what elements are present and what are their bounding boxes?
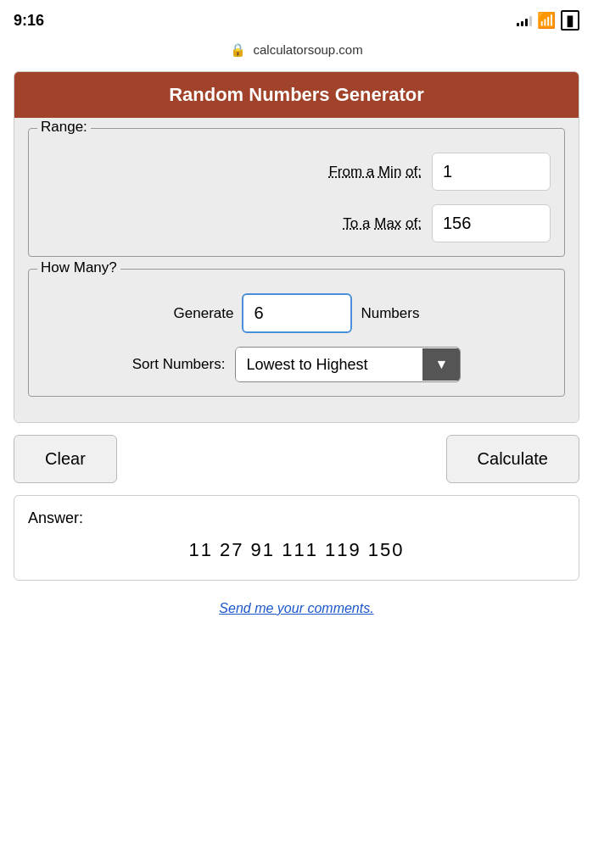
main-content: Random Numbers Generator Range: From a M… — [0, 63, 593, 638]
clear-button[interactable]: Clear — [14, 435, 117, 483]
generate-input[interactable] — [242, 293, 352, 333]
min-label: From a Min of: — [328, 164, 422, 181]
calc-body: Range: From a Min of: To a Max of: How M… — [14, 118, 579, 422]
calc-title: Random Numbers Generator — [169, 84, 424, 105]
generate-suffix: Numbers — [361, 305, 419, 322]
range-group: Range: From a Min of: To a Max of: — [28, 128, 565, 257]
footer: Send me your comments. — [14, 593, 579, 621]
calculate-button[interactable]: Calculate — [446, 435, 579, 483]
sort-row: Sort Numbers: Lowest to Highest Highest … — [42, 347, 551, 382]
min-input[interactable] — [432, 153, 551, 191]
signal-icon — [517, 14, 532, 26]
calculator-container: Random Numbers Generator Range: From a M… — [14, 71, 579, 423]
lock-icon: 🔒 — [230, 42, 246, 58]
min-row: From a Min of: — [42, 153, 551, 191]
answer-box: Answer: 11 27 91 111 119 150 — [14, 495, 579, 581]
generate-prefix: Generate — [174, 305, 234, 322]
range-legend: Range: — [37, 119, 91, 136]
max-underline-text: Max — [374, 215, 401, 231]
max-label: To a Max of: — [343, 215, 422, 232]
sort-label: Sort Numbers: — [132, 356, 226, 373]
wifi-icon: 📶 — [537, 11, 556, 30]
max-row: To a Max of: — [42, 204, 551, 242]
min-underline-text: Min — [378, 164, 401, 180]
generate-row: Generate Numbers — [42, 293, 551, 333]
status-bar: 9:16 📶 ▮ — [0, 0, 593, 37]
status-icons: 📶 ▮ — [517, 10, 579, 31]
chevron-down-icon: ▼ — [422, 348, 460, 381]
how-many-legend: How Many? — [37, 259, 120, 276]
how-many-group: How Many? Generate Numbers Sort Numbers:… — [28, 269, 565, 397]
answer-numbers: 11 27 91 111 119 150 — [28, 534, 565, 566]
url-text: calculatorsoup.com — [253, 42, 362, 57]
sort-select-wrapper[interactable]: Lowest to Highest Highest to Lowest Do N… — [235, 347, 461, 382]
buttons-row: Clear Calculate — [14, 435, 579, 483]
sort-select[interactable]: Lowest to Highest Highest to Lowest Do N… — [236, 348, 422, 381]
status-time: 9:16 — [14, 12, 44, 30]
footer-link[interactable]: Send me your comments. — [219, 601, 373, 615]
max-input[interactable] — [432, 204, 551, 242]
url-bar: 🔒 calculatorsoup.com — [0, 37, 593, 63]
calc-header: Random Numbers Generator — [14, 72, 579, 118]
battery-icon: ▮ — [561, 10, 579, 31]
answer-label: Answer: — [28, 509, 565, 527]
